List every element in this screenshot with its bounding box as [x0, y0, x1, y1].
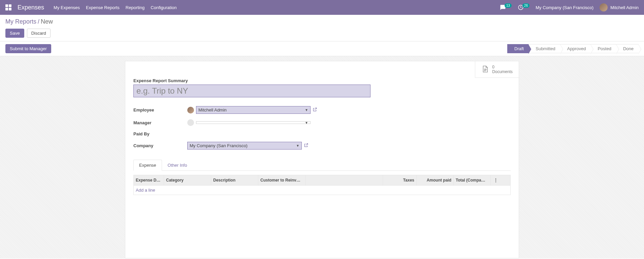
th-category[interactable]: Category — [164, 175, 211, 185]
status-draft[interactable]: Draft — [507, 44, 529, 53]
breadcrumb: My Reports/New — [5, 18, 639, 25]
employee-input[interactable]: Mitchell Admin ▼ — [196, 106, 311, 114]
employee-label: Employee — [133, 107, 187, 112]
company-field-wrap: My Company (San Francisco) ▼ — [187, 142, 322, 150]
add-line-link[interactable]: Add a line — [136, 188, 155, 193]
employee-field-wrap: Mitchell Admin ▼ — [187, 106, 322, 114]
page-body: 0 Documents Expense Report Summary Emplo… — [0, 56, 644, 258]
form-sheet: 0 Documents Expense Report Summary Emplo… — [125, 61, 519, 258]
top-navbar: Expenses My Expenses Expense Reports Rep… — [0, 0, 644, 15]
status-submitted[interactable]: Submitted — [529, 44, 560, 53]
breadcrumb-bar: My Reports/New — [0, 15, 644, 25]
th-date[interactable]: Expense D… — [134, 175, 164, 185]
summary-group: Expense Report Summary — [133, 78, 511, 97]
submit-button[interactable]: Submit to Manager — [5, 44, 51, 53]
activity-badge: 26 — [522, 3, 529, 8]
th-blank — [305, 175, 383, 185]
manager-avatar-icon — [187, 119, 194, 126]
th-menu-icon[interactable]: ⋮ — [491, 175, 501, 185]
employee-avatar-icon — [187, 107, 194, 114]
employee-external-link-icon[interactable] — [313, 107, 317, 113]
user-avatar-icon — [600, 3, 608, 11]
discard-button[interactable]: Discard — [27, 29, 51, 38]
tab-other-info[interactable]: Other Info — [162, 160, 193, 170]
app-title[interactable]: Expenses — [18, 4, 44, 11]
manager-field-wrap: ▼ — [187, 119, 322, 126]
th-total[interactable]: Total (Compa… — [454, 175, 491, 185]
paidby-label: Paid By — [133, 131, 187, 136]
summary-input[interactable] — [133, 85, 371, 97]
nav-configuration[interactable]: Configuration — [151, 5, 176, 10]
action-bar: Submit to Manager Draft Submitted Approv… — [0, 41, 644, 56]
company-external-link-icon[interactable] — [304, 143, 309, 149]
control-buttons: Save Discard — [0, 25, 644, 41]
status-done[interactable]: Done — [616, 44, 639, 53]
messaging-icon[interactable]: 13 — [500, 4, 512, 10]
chat-badge: 13 — [505, 3, 512, 8]
activity-icon[interactable]: 26 — [518, 4, 529, 10]
chevron-down-icon: ▼ — [296, 144, 299, 148]
user-menu[interactable]: Mitchell Admin — [600, 3, 639, 11]
breadcrumb-current: New — [41, 18, 53, 25]
th-taxes[interactable]: Taxes — [383, 175, 417, 185]
manager-label: Manager — [133, 120, 187, 125]
nav-reporting[interactable]: Reporting — [126, 5, 144, 10]
company-input[interactable]: My Company (San Francisco) ▼ — [187, 142, 302, 150]
documents-label: Documents — [492, 69, 513, 74]
company-switcher[interactable]: My Company (San Francisco) — [536, 5, 593, 10]
status-posted[interactable]: Posted — [591, 44, 616, 53]
nav-expense-reports[interactable]: Expense Reports — [86, 5, 120, 10]
status-bar: Draft Submitted Approved Posted Done — [507, 44, 639, 53]
table-body: Add a line — [133, 185, 511, 195]
nav-my-expenses[interactable]: My Expenses — [54, 5, 80, 10]
chevron-down-icon: ▼ — [305, 108, 308, 112]
form-fields: Employee Mitchell Admin ▼ Manager ▼ — [133, 106, 322, 150]
th-description[interactable]: Description — [211, 175, 258, 185]
status-approved[interactable]: Approved — [560, 44, 591, 53]
summary-label: Expense Report Summary — [133, 78, 511, 83]
th-customer[interactable]: Customer to Reinv… — [258, 175, 305, 185]
manager-input[interactable]: ▼ — [196, 121, 311, 124]
stat-text: 0 Documents — [492, 65, 513, 74]
save-button[interactable]: Save — [5, 29, 24, 38]
user-name: Mitchell Admin — [610, 5, 639, 10]
company-label: Company — [133, 143, 187, 148]
expense-lines-table: Expense D… Category Description Customer… — [133, 175, 511, 195]
documents-count: 0 — [492, 65, 513, 69]
notebook-tabs: Expense Other Info — [133, 160, 511, 171]
stat-button-row: 0 Documents — [475, 61, 519, 78]
chevron-down-icon: ▼ — [305, 121, 308, 125]
table-header: Expense D… Category Description Customer… — [133, 175, 511, 185]
document-icon — [481, 65, 489, 74]
navbar-left: Expenses My Expenses Expense Reports Rep… — [5, 4, 177, 11]
breadcrumb-parent[interactable]: My Reports — [5, 18, 36, 25]
navbar-right: 13 26 My Company (San Francisco) Mitchel… — [500, 3, 639, 11]
apps-icon[interactable] — [5, 4, 11, 10]
th-amount[interactable]: Amount paid — [417, 175, 454, 185]
documents-stat-button[interactable]: 0 Documents — [475, 61, 519, 77]
tab-expense[interactable]: Expense — [133, 160, 162, 171]
